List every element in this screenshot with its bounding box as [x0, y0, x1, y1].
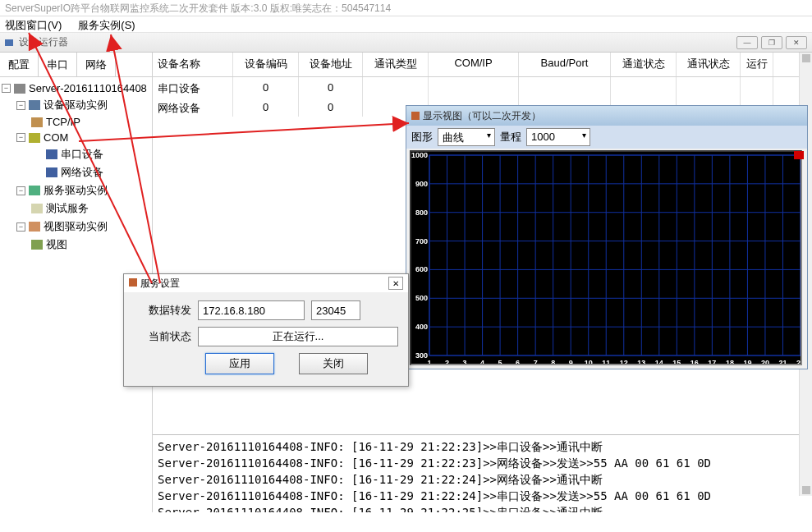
tree-net-dev[interactable]: 网络设备 [61, 165, 103, 180]
network-device-icon [46, 167, 57, 177]
svg-text:17: 17 [708, 359, 716, 364]
cell-type [363, 77, 429, 97]
cell-code: 0 [233, 97, 299, 117]
graph-indicator-icon [794, 151, 804, 159]
cell-baud [519, 77, 611, 97]
svg-text:22: 22 [796, 359, 801, 364]
grid-header: 设备名称 设备编码 设备地址 通讯类型 COM/IP Baud/Port 通道状… [153, 53, 812, 77]
maximize-button[interactable]: ❐ [761, 36, 782, 49]
svg-text:900: 900 [415, 180, 428, 188]
svg-text:600: 600 [415, 265, 428, 273]
tree-server[interactable]: Server-20161110164408 [29, 82, 147, 94]
table-row[interactable]: 串口设备 0 0 [153, 77, 812, 97]
cell-comip [429, 77, 519, 97]
dialog-icon [129, 278, 137, 287]
tab-config[interactable]: 配置 [0, 53, 39, 76]
serial-device-icon [46, 149, 57, 159]
col-name[interactable]: 设备名称 [153, 53, 233, 76]
svg-text:6: 6 [516, 359, 520, 364]
com-icon [29, 133, 40, 143]
menu-service-instance[interactable]: 服务实例(S) [78, 18, 135, 30]
device-icon [29, 100, 40, 110]
svg-text:16: 16 [690, 359, 699, 364]
svg-text:7: 7 [534, 359, 538, 364]
port-input[interactable] [311, 300, 360, 320]
svg-text:10: 10 [585, 359, 593, 364]
tree-com[interactable]: COM [44, 131, 68, 144]
dialog-close-button[interactable]: ✕ [388, 277, 403, 290]
shape-label: 图形 [411, 130, 433, 144]
menubar: 视图窗口(V) 服务实例(S) [0, 16, 812, 33]
log-output[interactable]: Server-20161110164408-INFO: [16-11-29 21… [153, 434, 812, 512]
ip-input[interactable] [198, 300, 305, 320]
close-button[interactable]: ✕ [786, 36, 807, 49]
tree-toggle-icon[interactable]: − [16, 186, 25, 195]
graph-title-text: 显示视图（可以二次开发） [423, 109, 541, 123]
graph-window-icon [411, 112, 420, 120]
svg-text:500: 500 [415, 294, 428, 302]
tree-view-leaf[interactable]: 视图 [46, 237, 67, 252]
svg-text:2: 2 [445, 359, 449, 364]
col-cmstate[interactable]: 通讯状态 [677, 53, 741, 76]
tree-toggle-icon[interactable]: − [2, 84, 11, 93]
cell-name: 网络设备 [153, 97, 233, 117]
tree-toggle-icon[interactable]: − [16, 133, 25, 142]
svg-text:4: 4 [480, 359, 484, 364]
forward-label: 数据转发 [134, 303, 191, 318]
svg-text:11: 11 [602, 359, 610, 364]
dialog-titlebar[interactable]: 服务设置 ✕ [124, 274, 408, 292]
tree-view-drv[interactable]: 视图驱动实例 [44, 219, 108, 234]
graph-titlebar[interactable]: 显示视图（可以二次开发） [406, 106, 807, 126]
col-type[interactable]: 通讯类型 [363, 53, 429, 76]
cell-cmstate [677, 77, 741, 97]
cell-addr: 0 [299, 97, 363, 117]
svg-text:5: 5 [498, 359, 502, 364]
menu-view-window[interactable]: 视图窗口(V) [5, 18, 62, 30]
service-drv-icon [29, 186, 40, 195]
tree-toggle-icon[interactable]: − [16, 222, 25, 232]
service-settings-dialog[interactable]: 服务设置 ✕ 数据转发 当前状态 正在运行... 应用 关闭 [123, 273, 409, 387]
tree-toggle-icon[interactable]: − [16, 101, 25, 110]
tree-tcpip[interactable]: TCP/IP [46, 116, 80, 128]
view-drv-icon [29, 222, 40, 232]
col-addr[interactable]: 设备地址 [299, 53, 363, 76]
tcpip-icon [31, 117, 43, 127]
cell-chstate [611, 77, 677, 97]
tab-serial[interactable]: 串口 [39, 53, 77, 76]
tree-device-drv[interactable]: 设备驱动实例 [44, 98, 108, 112]
range-combo[interactable]: 1000 [526, 128, 590, 146]
range-label: 量程 [500, 130, 521, 144]
apply-button[interactable]: 应用 [205, 353, 274, 374]
graph-canvas[interactable]: 3004005006007008009001000123456789101112… [410, 150, 802, 365]
mdi-title-bar: 设备运行器 — ❐ ✕ [0, 33, 812, 53]
col-chstate[interactable]: 通道状态 [611, 53, 677, 76]
mdi-icon [5, 39, 13, 46]
col-comip[interactable]: COM/IP [429, 53, 519, 76]
cell-name: 串口设备 [153, 77, 233, 97]
graph-toolbar: 图形 曲线 量程 1000 [406, 126, 807, 149]
svg-text:15: 15 [672, 359, 681, 364]
svg-text:18: 18 [726, 359, 734, 364]
col-code[interactable]: 设备编码 [233, 53, 299, 76]
close-button-dialog[interactable]: 关闭 [299, 353, 368, 374]
svg-text:300: 300 [415, 351, 428, 360]
svg-text:14: 14 [655, 359, 663, 364]
tree-serial-dev[interactable]: 串口设备 [61, 147, 103, 162]
graph-window[interactable]: 显示视图（可以二次开发） 图形 曲线 量程 1000 3004005006007… [406, 105, 808, 369]
col-baud[interactable]: Baud/Port [519, 53, 611, 76]
minimize-button[interactable]: — [736, 36, 758, 49]
svg-text:19: 19 [743, 359, 751, 364]
tab-network[interactable]: 网络 [77, 53, 116, 76]
tree-test-service[interactable]: 测试服务 [46, 201, 89, 216]
cell-code: 0 [233, 77, 299, 97]
svg-text:3: 3 [463, 359, 467, 364]
tree-service-drv[interactable]: 服务驱动实例 [44, 183, 108, 198]
svg-text:1: 1 [427, 359, 431, 364]
state-label: 当前状态 [134, 329, 191, 344]
svg-text:1000: 1000 [411, 152, 428, 159]
col-run[interactable]: 运行 [741, 53, 773, 76]
svg-rect-30 [429, 155, 801, 355]
service-icon [31, 204, 43, 213]
shape-combo[interactable]: 曲线 [438, 128, 495, 146]
svg-text:12: 12 [620, 359, 628, 364]
